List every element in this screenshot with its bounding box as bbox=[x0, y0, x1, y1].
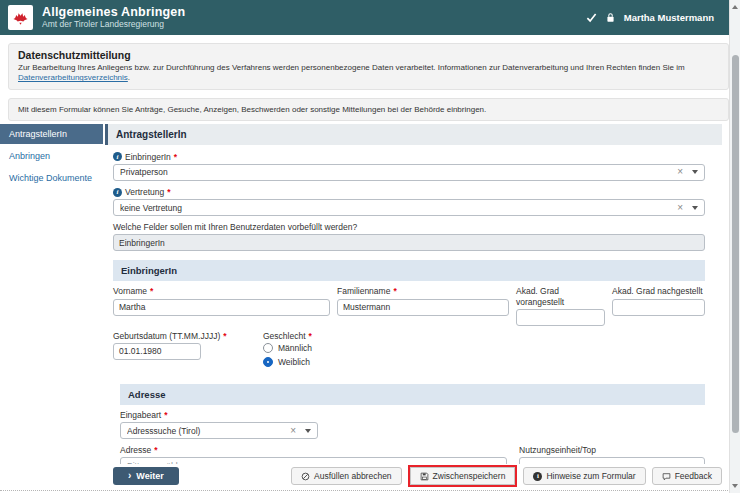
clear-icon[interactable]: × bbox=[290, 426, 296, 436]
nutzungseinheit-input[interactable] bbox=[519, 457, 705, 464]
adresse-label: Adresse bbox=[120, 445, 151, 455]
akad-grad-vor-input[interactable] bbox=[516, 309, 605, 326]
form-area: i EinbringerIn * Privatperson × i Vertre… bbox=[105, 145, 722, 464]
geburtsdatum-label: Geburtsdatum (TT.MM.JJJJ) bbox=[113, 331, 220, 341]
scroll-up-arrow-icon[interactable] bbox=[732, 5, 738, 9]
person-section-body: Vorname* Martha Familienname* Mustermann… bbox=[113, 281, 705, 463]
geschlecht-option-maennlich[interactable]: Männlich bbox=[263, 343, 312, 353]
address-row: Adresse* Bitte auswählen: Durch die Eing… bbox=[120, 445, 705, 464]
main-row: AntragstellerIn Anbringen Wichtige Dokum… bbox=[0, 124, 722, 464]
geschlecht-maennlich-label: Männlich bbox=[278, 343, 312, 353]
akad-grad-nach-label: Akad. Grad nachgestellt bbox=[612, 286, 703, 296]
clear-icon[interactable]: × bbox=[677, 167, 683, 177]
radio-unchecked-icon[interactable] bbox=[263, 343, 273, 353]
privacy-body: Zur Bearbeitung Ihres Anliegens bzw. zur… bbox=[18, 63, 685, 72]
weiter-button-label: Weiter bbox=[136, 471, 163, 481]
caret-down-icon[interactable] bbox=[692, 170, 698, 174]
hinweise-zum-formular-button[interactable]: i Hinweise zum Formular bbox=[523, 467, 645, 485]
sidebar-item-anbringen[interactable]: Anbringen bbox=[0, 146, 103, 166]
vertical-scrollbar[interactable] bbox=[729, 0, 740, 493]
name-row: Vorname* Martha Familienname* Mustermann… bbox=[113, 286, 705, 325]
zwischenspeichern-label: Zwischenspeichern bbox=[433, 471, 506, 481]
familienname-input[interactable]: Mustermann bbox=[337, 299, 509, 316]
familienname-label: Familienname bbox=[337, 286, 390, 296]
einbringerin-label: EinbringerIn bbox=[125, 152, 171, 162]
zwischenspeichern-button[interactable]: Zwischenspeichern bbox=[410, 467, 516, 485]
address-section-body: Eingabeart* Adresssuche (Tirol) × Adress… bbox=[120, 405, 705, 464]
caret-down-icon[interactable] bbox=[305, 429, 311, 433]
hinweise-label: Hinweise zum Formular bbox=[546, 471, 635, 481]
einbringerin-label-row: i EinbringerIn * bbox=[113, 152, 705, 162]
vertretung-label-row: i Vertretung * bbox=[113, 187, 705, 197]
adresse-select[interactable]: Bitte auswählen: bbox=[120, 457, 507, 464]
form-intro-box: Mit diesem Formular können Sie Anträge, … bbox=[8, 98, 729, 121]
geschlecht-option-weiblich[interactable]: Weiblich bbox=[263, 357, 312, 367]
eagle-icon bbox=[11, 8, 30, 27]
person-section-title: EinbringerIn bbox=[113, 260, 705, 281]
datenverarbeitungsverzeichnis-link[interactable]: Datenverarbeitungsverzeichnis bbox=[18, 73, 128, 82]
geburtsdatum-input[interactable]: 01.01.1980 bbox=[113, 343, 201, 360]
feedback-button[interactable]: Feedback bbox=[652, 467, 722, 485]
radio-checked-icon[interactable] bbox=[263, 357, 273, 367]
geschlecht-label: Geschlecht bbox=[263, 331, 306, 341]
vertretung-label: Vertretung bbox=[125, 187, 164, 197]
user-name[interactable]: Martha Mustermann bbox=[624, 12, 714, 23]
app-title: Allgemeines Anbringen bbox=[42, 5, 185, 19]
required-marker: * bbox=[154, 445, 157, 455]
nutzungseinheit-label: Nutzungseinheit/Top bbox=[519, 445, 596, 455]
weiter-button[interactable]: › Weiter bbox=[113, 467, 179, 485]
feedback-label: Feedback bbox=[675, 471, 712, 481]
geschlecht-field-group: Geschlecht* Männlich Weiblich bbox=[263, 331, 312, 371]
vertretung-select-value: keine Vertretung bbox=[120, 203, 677, 213]
page-section-title: AntragstellerIn bbox=[105, 124, 722, 145]
einbringerin-select[interactable]: Privatperson × bbox=[113, 164, 705, 181]
privacy-notice-box: Datenschutzmitteilung Zur Bearbeitung Ih… bbox=[8, 43, 729, 90]
akad-grad-nach-input[interactable] bbox=[612, 299, 705, 316]
geschlecht-weiblich-label: Weiblich bbox=[278, 357, 310, 367]
privacy-notice-title: Datenschutzmitteilung bbox=[18, 49, 719, 61]
clear-icon[interactable]: × bbox=[677, 203, 683, 213]
akad-grad-vor-label: Akad. Grad vorangestellt bbox=[516, 286, 605, 306]
eingabeart-label: Eingabeart bbox=[120, 410, 161, 420]
adresse-placeholder: Bitte auswählen: bbox=[127, 461, 494, 464]
birth-gender-row: Geburtsdatum (TT.MM.JJJJ)* 01.01.1980 Ge… bbox=[113, 331, 705, 371]
vertretung-select[interactable]: keine Vertretung × bbox=[113, 199, 705, 216]
required-marker: * bbox=[164, 410, 167, 420]
sidebar-nav: AntragstellerIn Anbringen Wichtige Dokum… bbox=[0, 124, 103, 464]
eingabeart-select[interactable]: Adresssuche (Tirol) × bbox=[120, 422, 318, 439]
action-bar: › Weiter Ausfüllen abbrechen Zwischenspe… bbox=[0, 464, 740, 486]
form-intro-text: Mit diesem Formular können Sie Anträge, … bbox=[18, 105, 486, 114]
save-icon bbox=[420, 472, 429, 481]
vorname-input[interactable]: Martha bbox=[113, 299, 330, 316]
scroll-down-arrow-icon[interactable] bbox=[732, 484, 738, 488]
info-icon[interactable]: i bbox=[113, 188, 122, 197]
speech-bubble-icon bbox=[662, 472, 671, 481]
content-panel: AntragstellerIn i EinbringerIn * Privatp… bbox=[105, 124, 722, 464]
einbringerin-select-value: Privatperson bbox=[120, 167, 677, 177]
lock-icon bbox=[605, 12, 616, 23]
adresse-field-group: Adresse* Bitte auswählen: Durch die Eing… bbox=[120, 445, 507, 464]
cancel-circle-icon bbox=[301, 472, 310, 481]
required-marker: * bbox=[223, 331, 226, 341]
ausfuellen-abbrechen-button[interactable]: Ausfüllen abbrechen bbox=[291, 467, 402, 485]
info-circle-icon: i bbox=[533, 472, 542, 481]
app-subtitle: Amt der Tiroler Landesregierung bbox=[42, 20, 185, 30]
akad-grad-vor-field-group: Akad. Grad vorangestellt bbox=[516, 286, 605, 325]
ausfuellen-abbrechen-label: Ausfüllen abbrechen bbox=[314, 471, 392, 481]
required-marker: * bbox=[167, 187, 170, 197]
header-titles: Allgemeines Anbringen Amt der Tiroler La… bbox=[42, 5, 185, 29]
save-highlight-box: Zwischenspeichern bbox=[408, 465, 518, 487]
caret-down-icon[interactable] bbox=[692, 206, 698, 210]
scrollbar-thumb[interactable] bbox=[732, 55, 739, 433]
prefill-field[interactable]: EinbringerIn bbox=[113, 234, 705, 251]
sidebar-item-antragstellerin[interactable]: AntragstellerIn bbox=[0, 124, 103, 144]
prefill-question-label: Welche Felder sollen mit Ihren Benutzerd… bbox=[113, 222, 705, 232]
app-header: Allgemeines Anbringen Amt der Tiroler La… bbox=[0, 0, 740, 35]
nutzungseinheit-field-group: Nutzungseinheit/Top bbox=[519, 445, 705, 464]
required-marker: * bbox=[174, 152, 177, 162]
sidebar-item-wichtige-dokumente[interactable]: Wichtige Dokumente bbox=[0, 168, 103, 188]
eingabeart-select-value: Adresssuche (Tirol) bbox=[127, 426, 290, 436]
required-marker: * bbox=[393, 286, 396, 296]
info-icon[interactable]: i bbox=[113, 152, 122, 161]
geburtsdatum-field-group: Geburtsdatum (TT.MM.JJJJ)* 01.01.1980 bbox=[113, 331, 263, 371]
